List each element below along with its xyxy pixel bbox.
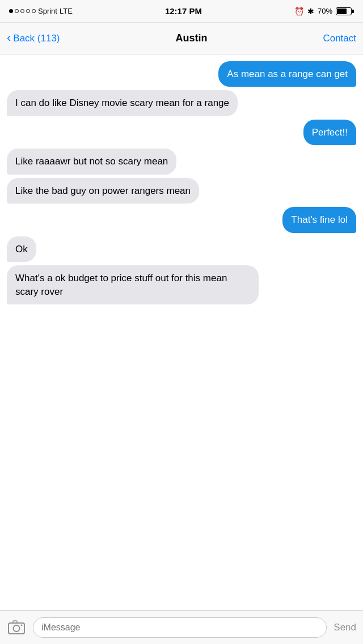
message-bubble: As mean as a range can get	[218, 61, 356, 87]
signal-dot-2	[15, 9, 19, 13]
message-row: Like the bad guy on power rangers mean	[7, 178, 356, 204]
message-bubble: Like the bad guy on power rangers mean	[7, 178, 199, 204]
signal-dot-5	[32, 9, 36, 13]
contact-button[interactable]: Contact	[323, 33, 356, 44]
bluetooth-icon: ✱	[307, 7, 314, 16]
message-bubble: That's fine lol	[282, 207, 356, 232]
status-right: ⏰ ✱ 70%	[294, 7, 354, 16]
send-button[interactable]: Send	[332, 620, 357, 635]
svg-point-1	[14, 625, 20, 632]
svg-point-3	[21, 624, 23, 626]
battery-body	[336, 7, 352, 15]
back-button[interactable]: ‹ Back (113)	[7, 33, 60, 44]
back-chevron-icon: ‹	[7, 32, 11, 44]
message-bubble: I can do like Disney movie scary mean fo…	[7, 90, 238, 116]
back-label: Back (113)	[13, 33, 60, 44]
signal-dot-4	[26, 9, 30, 13]
signal-dot-3	[20, 9, 24, 13]
battery-fill	[337, 9, 347, 14]
message-row: What's a ok budget to price stuff out fo…	[7, 265, 356, 304]
message-bubble: Like raaaawr but not so scary mean	[7, 149, 176, 174]
signal-dot-1	[9, 9, 13, 13]
status-bar: Sprint LTE 12:17 PM ⏰ ✱ 70%	[0, 0, 363, 23]
svg-rect-2	[13, 621, 17, 623]
message-row: I can do like Disney movie scary mean fo…	[7, 90, 356, 116]
status-left: Sprint LTE	[9, 7, 73, 15]
message-row: As mean as a range can get	[7, 61, 356, 87]
camera-icon	[8, 620, 25, 635]
message-row: Perfect!!	[7, 120, 356, 145]
message-input[interactable]	[33, 617, 327, 638]
nav-bar: ‹ Back (113) Austin Contact	[0, 23, 363, 54]
status-time: 12:17 PM	[165, 6, 202, 16]
message-bubble: Perfect!!	[303, 120, 356, 145]
alarm-icon: ⏰	[294, 7, 304, 16]
battery-tip	[352, 10, 354, 13]
message-row: Ok	[7, 236, 356, 262]
camera-button[interactable]	[6, 617, 27, 638]
message-bubble: What's a ok budget to price stuff out fo…	[7, 265, 259, 304]
network-label: LTE	[60, 7, 73, 15]
carrier-label: Sprint	[38, 7, 57, 15]
nav-title: Austin	[175, 32, 207, 44]
battery-icon	[336, 7, 354, 15]
battery-percent: 70%	[318, 7, 332, 15]
signal-dots	[9, 9, 36, 13]
messages-list: As mean as a range can getI can do like …	[0, 54, 363, 610]
input-bar: Send	[0, 610, 363, 644]
message-row: Like raaaawr but not so scary mean	[7, 149, 356, 174]
message-bubble: Ok	[7, 236, 36, 262]
message-row: That's fine lol	[7, 207, 356, 232]
